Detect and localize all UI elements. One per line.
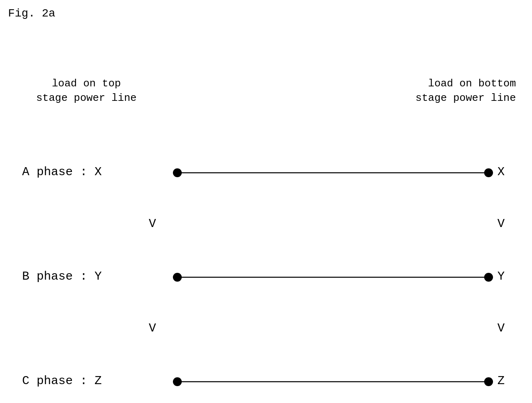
- diagram-svg: A phase : X X V V B phase : Y Y V V C ph…: [0, 0, 532, 403]
- svg-text:V: V: [149, 217, 156, 231]
- header-right-line1: load on bottom: [428, 78, 516, 90]
- svg-point-8: [484, 377, 493, 386]
- svg-point-7: [173, 377, 182, 386]
- svg-text:Z: Z: [497, 374, 505, 388]
- svg-text:V: V: [497, 217, 505, 231]
- svg-text:V: V: [497, 321, 505, 335]
- header-right: load on bottom stage power line: [415, 76, 516, 106]
- svg-text:X: X: [497, 165, 505, 179]
- header-left: load on top stage power line: [36, 76, 137, 106]
- svg-text:V: V: [149, 321, 156, 335]
- figure-title: Fig. 2a: [8, 7, 55, 20]
- svg-text:A phase : X: A phase : X: [22, 165, 102, 179]
- svg-text:B  phase : Y: B phase : Y: [22, 270, 102, 283]
- svg-point-5: [484, 273, 493, 282]
- svg-text:Y: Y: [497, 270, 505, 283]
- page: Fig. 2a load on top stage power line loa…: [0, 0, 532, 403]
- svg-text:C  phase : Z: C phase : Z: [22, 374, 102, 388]
- header-right-line2: stage power line: [415, 92, 516, 104]
- header-left-line1: load on top: [52, 78, 121, 90]
- svg-point-4: [173, 273, 182, 282]
- svg-point-2: [484, 168, 493, 177]
- header-left-line2: stage power line: [36, 92, 137, 104]
- svg-point-1: [173, 168, 182, 177]
